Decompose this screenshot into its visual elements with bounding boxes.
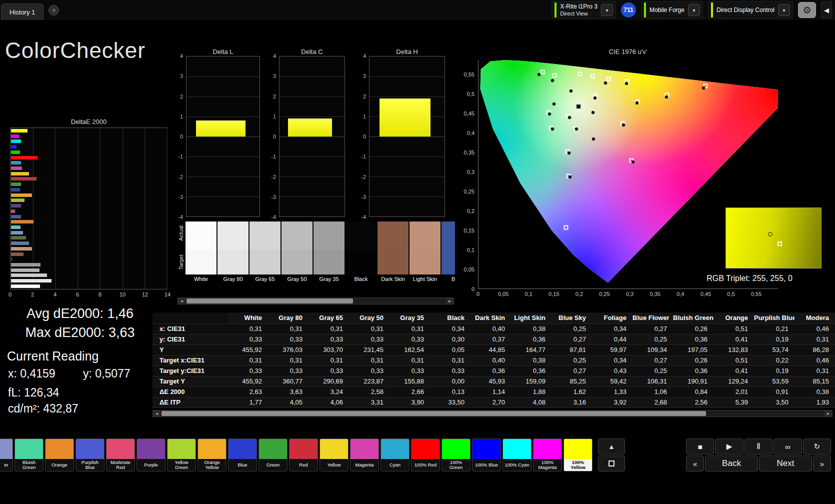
pause-button[interactable]: Ⅱ — [744, 438, 772, 454]
delta-gridline — [370, 176, 444, 177]
scroll-track[interactable] — [186, 298, 446, 304]
cie-measurement-marker — [591, 111, 594, 114]
patch-button-magenta[interactable]: Magenta — [350, 438, 379, 472]
patch-button-100-magenta[interactable]: 100% Magenta — [533, 438, 562, 472]
collapse-panel-button[interactable]: ◀ — [821, 2, 832, 18]
patch-button-100-green[interactable]: 100% Green — [442, 438, 470, 472]
patch-color-swatch — [503, 439, 531, 459]
deltae-bar-row — [11, 129, 166, 132]
table-cell: 360,77 — [268, 376, 308, 386]
patch-button-red[interactable]: Red — [289, 438, 318, 472]
back-button[interactable]: Back — [705, 456, 758, 472]
delta-gridline — [280, 116, 344, 117]
table-cell: 0,33 — [349, 366, 390, 376]
next-chevron-button[interactable]: » — [813, 456, 831, 472]
patch-button-partial[interactable]: er — [0, 438, 13, 472]
table-cell: 86,28 — [794, 344, 835, 355]
patch-button-yellow-green[interactable]: Yellow Green — [167, 438, 196, 472]
patch-button-blue[interactable]: Blue — [228, 438, 257, 472]
source-chevron-button[interactable]: ▾ — [688, 4, 700, 16]
table-cell: 59,97 — [592, 344, 632, 355]
inset-measurement-dot — [768, 232, 772, 236]
patch-color-swatch — [168, 439, 196, 459]
back-chevron-button[interactable]: « — [686, 456, 704, 472]
cie-measurement-marker — [593, 96, 596, 100]
refresh-button[interactable]: ↻ — [803, 438, 831, 454]
patch-button-purple[interactable]: Purple — [136, 438, 166, 472]
table-cell: 1,33 — [592, 386, 632, 397]
delta-chart-yticks: 43210-1-2-3-4 — [176, 56, 184, 217]
table-cell: 0,31 — [390, 324, 430, 334]
pattern-window-button[interactable] — [598, 456, 625, 472]
table-cell: 0,40 — [470, 355, 511, 366]
table-cell: 2,66 — [390, 386, 430, 397]
cie-measurement-marker — [665, 96, 668, 99]
patch-button-orange[interactable]: Orange — [45, 438, 74, 472]
patch-button-bluish-green[interactable]: Bluish Green — [14, 438, 44, 472]
deltae-bar-dark-skin — [11, 252, 24, 256]
patch-color-swatch — [564, 439, 592, 459]
patch-label: Yellow — [320, 459, 348, 471]
tab-history-1[interactable]: History 1 — [1, 4, 44, 20]
display-control-dropdown[interactable]: Direct Display Control ▾ — [708, 1, 793, 19]
table-cell: 0,31 — [349, 355, 390, 366]
deltae-bar-row — [11, 172, 166, 176]
table-cell: 0,38 — [511, 355, 552, 366]
display-chevron-button[interactable]: ▾ — [778, 4, 790, 16]
swatch-actual — [186, 222, 216, 250]
swatch-label: Gray 65 — [250, 274, 280, 284]
patch-button-moderate-red[interactable]: Moderate Red — [106, 438, 135, 472]
meter-chevron-button[interactable]: ▾ — [601, 4, 613, 16]
swatch-scrollbar[interactable]: ◄ ► — [178, 298, 454, 304]
delta-chart-title: Delta L — [186, 48, 260, 56]
cie-chart-title: CIE 1976 u'v' — [478, 48, 778, 56]
scroll-right-button[interactable]: ► — [824, 410, 832, 416]
table-cell: 0,51 — [714, 324, 754, 334]
table-cell: 53,59 — [754, 376, 794, 386]
table-cell: 0,38 — [511, 324, 552, 334]
table-cell: 0,26 — [673, 355, 714, 366]
cie-xtick-label: 0,1 — [525, 291, 532, 297]
patch-button-100-yellow[interactable]: 100% Yellow — [564, 438, 592, 472]
patch-button-green[interactable]: Green — [258, 438, 288, 472]
meter-dropdown[interactable]: X-Rite i1Pro 3 Direct View ▾ — [552, 1, 616, 19]
stop-button[interactable]: ■ — [686, 438, 714, 454]
gear-icon: ⚙ — [802, 4, 811, 16]
patch-button-100-cyan[interactable]: 100% Cyan — [502, 438, 532, 472]
collapse-patchbar-button[interactable]: ▲ — [598, 438, 625, 454]
patch-button-purplish-blue[interactable]: Purplish Blue — [76, 438, 104, 472]
deltae-bar-row — [11, 231, 166, 234]
delta-ytick-label: 0 — [180, 134, 183, 140]
settings-button[interactable]: ⚙ — [798, 2, 816, 18]
cie-measurement-marker — [570, 89, 573, 92]
patch-button-orange-yellow[interactable]: Orange Yellow — [198, 438, 226, 472]
scroll-thumb[interactable] — [186, 298, 353, 304]
patch-color-swatch — [290, 439, 318, 459]
table-cell: 223,87 — [349, 376, 390, 386]
scroll-left-button[interactable]: ◄ — [153, 410, 160, 416]
table-cell: 0,33 — [308, 366, 349, 376]
loop-button[interactable]: ∞ — [774, 438, 802, 454]
delta-chart-plot — [279, 56, 345, 217]
table-scrollbar[interactable]: ◄ ► — [152, 410, 832, 417]
delta-ytick-label: -4 — [271, 214, 276, 220]
scroll-thumb[interactable] — [162, 411, 706, 416]
next-button[interactable]: Next — [759, 456, 812, 472]
play-button[interactable]: ▶ — [715, 438, 743, 454]
patch-button-cyan[interactable]: Cyan — [380, 438, 410, 472]
table-row: x: CIE310,310,310,310,310,310,340,400,38… — [152, 324, 835, 334]
scroll-left-button[interactable]: ◄ — [178, 298, 186, 304]
add-tab-button[interactable]: + — [48, 5, 59, 16]
deltae-bar-100-blue — [11, 145, 16, 148]
patch-button-100-red[interactable]: 100% Red — [411, 438, 440, 472]
patch-button-100-blue[interactable]: 100% Blue — [472, 438, 501, 472]
patch-button-yellow[interactable]: Yellow — [320, 438, 348, 472]
scroll-track[interactable] — [160, 410, 824, 416]
delta-gridline — [280, 196, 344, 197]
deltae-xtick-label: 6 — [76, 292, 79, 298]
pattern-source-dropdown[interactable]: Mobile Forge ▾ — [641, 1, 703, 19]
patch-color-swatch — [259, 439, 287, 459]
cie-ytick-label: 0,45 — [464, 110, 474, 116]
patch-color-swatch — [228, 439, 256, 459]
scroll-right-button[interactable]: ► — [446, 298, 454, 304]
